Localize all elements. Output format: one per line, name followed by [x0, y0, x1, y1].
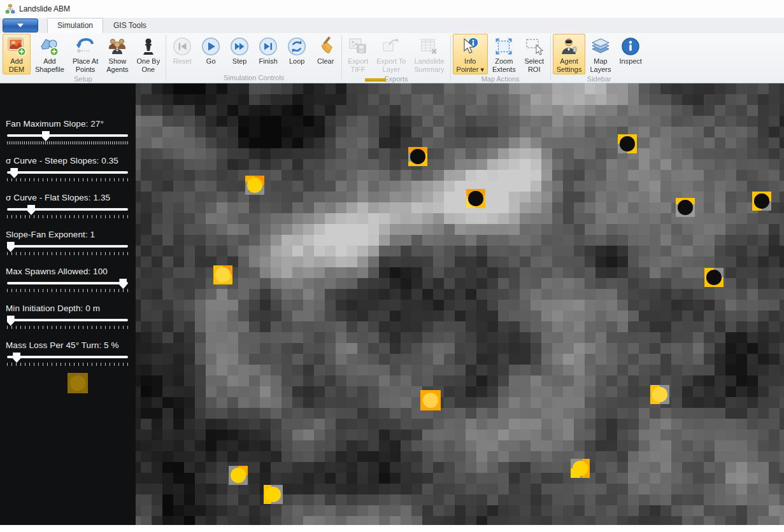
slider-thumb[interactable]: [13, 353, 20, 363]
tab-gis-tools[interactable]: GIS Tools: [103, 18, 157, 33]
agent-marker[interactable]: [466, 189, 485, 208]
agent-marker[interactable]: [704, 268, 723, 287]
button-label: Agent Settings: [557, 57, 582, 73]
button-label: One By One: [136, 57, 160, 73]
one-by-one-button[interactable]: One By One: [132, 34, 164, 74]
slider-track[interactable]: [7, 356, 128, 358]
go-button[interactable]: Go: [197, 34, 225, 73]
add-dem-button[interactable]: Add DEM: [3, 34, 31, 74]
slider-thumb[interactable]: [27, 205, 35, 215]
agent-marker[interactable]: [618, 134, 637, 153]
group-label: Setup: [3, 74, 164, 84]
agent-circle: [468, 191, 483, 206]
button-label: Export TIFF: [348, 57, 368, 73]
group-label: Exports: [344, 74, 448, 84]
slider-ticks: [7, 141, 128, 144]
button-label: Select ROI: [524, 57, 544, 73]
step-button[interactable]: Step: [225, 34, 253, 73]
clear-button[interactable]: Clear: [311, 34, 339, 73]
agent-marker[interactable]: [408, 147, 427, 166]
app-window: Landslide ABM SimulationGIS Tools Add DE…: [0, 0, 784, 532]
agent-marker[interactable]: [213, 265, 232, 284]
group-label: Map Actions: [453, 74, 548, 84]
button-label: Map Layers: [590, 57, 611, 73]
button-label: Finish: [259, 57, 278, 66]
slider-track[interactable]: [7, 282, 128, 284]
slider-track[interactable]: [7, 134, 128, 137]
loop-button[interactable]: Loop: [283, 34, 311, 73]
loop-icon: [287, 36, 307, 57]
ribbon-group-simulation-controls: ResetGoStepFinishLoopClearSimulation Con…: [166, 33, 341, 83]
slider-ticks: [7, 215, 128, 218]
finish-icon: [258, 36, 278, 57]
slider-slope-fan-exponent: Slope-Fan Exponent: 1: [6, 230, 129, 255]
slider-label: Slope-Fan Exponent: 1: [6, 230, 129, 239]
map-layers-icon: [590, 36, 611, 57]
agent-settings-button[interactable]: Agent Settings: [553, 34, 586, 74]
window-title: Landslide ABM: [19, 4, 70, 13]
agent-circle: [247, 178, 262, 192]
agent-marker[interactable]: [229, 466, 248, 485]
agent-marker[interactable]: [752, 192, 771, 211]
slider-curve-steep-slopes: σ Curve - Steep Slopes: 0.35: [6, 156, 129, 181]
show-agents-button[interactable]: Show Agents: [103, 34, 132, 74]
info-pointer-button[interactable]: Info Pointer ▾: [453, 34, 488, 74]
slider-track[interactable]: [7, 319, 128, 321]
slider-mass-loss-per-45-turn: Mass Loss Per 45° Turn: 5 %: [6, 340, 129, 366]
agent-marker[interactable]: [650, 385, 669, 404]
agent-marker[interactable]: [420, 390, 441, 410]
agent-circle: [410, 149, 425, 164]
inspect-button[interactable]: Inspect: [615, 34, 645, 74]
agent-settings-icon: [559, 36, 580, 57]
slider-min-initiation-depth: Min Initiation Depth: 0 m: [6, 304, 129, 329]
button-label: Info Pointer ▾: [457, 57, 484, 73]
slider-track[interactable]: [7, 171, 128, 174]
tab-simulation[interactable]: Simulation: [47, 18, 103, 33]
select-roi-icon: [524, 36, 545, 57]
slider-ticks: [7, 363, 128, 366]
ribbon-tab-strip: SimulationGIS Tools: [0, 18, 784, 33]
slider-label: Min Initiation Depth: 0 m: [6, 304, 129, 313]
map-layers-button[interactable]: Map Layers: [586, 34, 615, 74]
add-shapefile-button[interactable]: Add Shapefile: [31, 34, 68, 74]
slider-thumb[interactable]: [10, 168, 18, 178]
landslide-summary-button: Landslide Summary: [410, 34, 448, 74]
slider-thumb[interactable]: [119, 279, 127, 289]
agent-marker[interactable]: [68, 373, 88, 393]
agent-marker[interactable]: [571, 459, 590, 478]
place-at-points-button[interactable]: Place At Points: [69, 34, 102, 74]
ribbon-group-setup: Add DEMAdd ShapefilePlace At PointsShow …: [1, 33, 166, 83]
button-label: Add Shapefile: [35, 57, 64, 73]
parameter-sidebar: Fan Maximum Slope: 27°σ Curve - Steep Sl…: [0, 83, 136, 525]
reset-button: Reset: [168, 34, 196, 73]
agent-marker[interactable]: [245, 176, 264, 195]
export-to-layer-icon: [381, 36, 401, 57]
zoom-extents-button[interactable]: Zoom Extents: [488, 34, 520, 74]
info-pointer-icon: [460, 36, 480, 57]
slider-thumb[interactable]: [7, 242, 15, 252]
slider-label: Max Spawns Allowed: 100: [6, 267, 129, 276]
slider-thumb[interactable]: [42, 131, 50, 141]
agent-marker[interactable]: [676, 198, 695, 217]
finish-button[interactable]: Finish: [254, 34, 282, 73]
slider-thumb[interactable]: [7, 316, 15, 326]
slider-track[interactable]: [7, 208, 128, 211]
select-roi-button[interactable]: Select ROI: [520, 34, 548, 74]
button-label: Landslide Summary: [414, 57, 444, 73]
export-tiff-icon: [348, 36, 368, 57]
landslide-summary-icon: [419, 36, 439, 57]
application-menu-button[interactable]: [3, 18, 38, 32]
agent-circle: [215, 267, 230, 282]
slider-fan-maximum-slope: Fan Maximum Slope: 27°: [6, 119, 129, 144]
reset-icon: [172, 36, 192, 57]
slider-ticks: [7, 326, 128, 329]
slider-track[interactable]: [7, 245, 128, 248]
group-label: Simulation Controls: [168, 73, 339, 83]
slider-curve-flat-slopes: σ Curve - Flat Slopes: 1.35: [6, 193, 129, 218]
ribbon-tabs: SimulationGIS Tools: [47, 18, 157, 33]
ribbon-notch: [365, 78, 386, 81]
slider-label: σ Curve - Flat Slopes: 1.35: [6, 193, 129, 202]
app-icon: [5, 4, 15, 14]
agent-circle: [231, 468, 245, 482]
agent-marker[interactable]: [264, 485, 283, 504]
